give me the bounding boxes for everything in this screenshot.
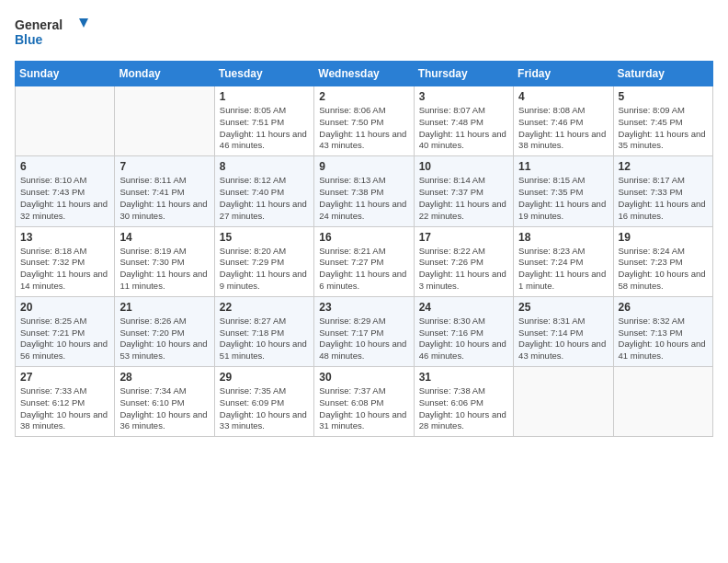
day-info: Sunrise: 7:34 AM Sunset: 6:10 PM Dayligh… (119, 385, 209, 432)
day-number: 11 (518, 160, 608, 173)
weekday-header: Saturday (613, 62, 712, 86)
day-info: Sunrise: 7:37 AM Sunset: 6:08 PM Dayligh… (319, 385, 408, 432)
calendar-week-row: 13Sunrise: 8:18 AM Sunset: 7:32 PM Dayli… (16, 226, 713, 296)
calendar-day-cell: 11Sunrise: 8:15 AM Sunset: 7:35 PM Dayli… (514, 156, 613, 226)
day-number: 31 (419, 371, 508, 384)
weekday-header: Monday (115, 62, 214, 86)
calendar-header-row: SundayMondayTuesdayWednesdayThursdayFrid… (16, 62, 713, 86)
day-number: 7 (119, 160, 209, 173)
day-info: Sunrise: 8:30 AM Sunset: 7:16 PM Dayligh… (419, 316, 508, 362)
logo-svg: General Blue (15, 15, 88, 53)
calendar-day-cell: 25Sunrise: 8:31 AM Sunset: 7:14 PM Dayli… (514, 296, 613, 366)
day-number: 16 (319, 231, 408, 244)
calendar-day-cell: 20Sunrise: 8:25 AM Sunset: 7:21 PM Dayli… (16, 296, 115, 366)
day-number: 30 (319, 371, 408, 384)
day-info: Sunrise: 8:17 AM Sunset: 7:33 PM Dayligh… (619, 175, 708, 222)
day-info: Sunrise: 8:19 AM Sunset: 7:30 PM Dayligh… (119, 246, 209, 293)
day-info: Sunrise: 8:29 AM Sunset: 7:17 PM Dayligh… (319, 316, 408, 362)
day-info: Sunrise: 8:32 AM Sunset: 7:13 PM Dayligh… (619, 316, 708, 362)
calendar-day-cell: 6Sunrise: 8:10 AM Sunset: 7:43 PM Daylig… (16, 156, 115, 226)
calendar-week-row: 27Sunrise: 7:33 AM Sunset: 6:12 PM Dayli… (16, 367, 713, 437)
calendar-day-cell (16, 86, 115, 156)
day-info: Sunrise: 7:33 AM Sunset: 6:12 PM Dayligh… (20, 385, 109, 432)
calendar-day-cell: 8Sunrise: 8:12 AM Sunset: 7:40 PM Daylig… (214, 156, 313, 226)
calendar-day-cell: 28Sunrise: 7:34 AM Sunset: 6:10 PM Dayli… (115, 367, 214, 437)
day-number: 29 (220, 371, 309, 384)
day-info: Sunrise: 8:14 AM Sunset: 7:37 PM Dayligh… (419, 175, 508, 222)
page-header: General Blue (15, 15, 713, 53)
day-number: 5 (619, 90, 708, 103)
calendar-day-cell: 3Sunrise: 8:07 AM Sunset: 7:48 PM Daylig… (414, 86, 513, 156)
svg-marker-2 (79, 18, 88, 28)
day-number: 19 (619, 231, 708, 244)
day-info: Sunrise: 8:23 AM Sunset: 7:24 PM Dayligh… (518, 246, 608, 293)
calendar-day-cell: 22Sunrise: 8:27 AM Sunset: 7:18 PM Dayli… (214, 296, 313, 366)
day-number: 2 (319, 90, 408, 103)
day-number: 10 (419, 160, 508, 173)
calendar-day-cell: 26Sunrise: 8:32 AM Sunset: 7:13 PM Dayli… (613, 296, 712, 366)
day-number: 6 (20, 160, 109, 173)
day-info: Sunrise: 8:24 AM Sunset: 7:23 PM Dayligh… (619, 246, 708, 293)
day-info: Sunrise: 8:08 AM Sunset: 7:46 PM Dayligh… (518, 105, 608, 152)
weekday-header: Friday (514, 62, 613, 86)
calendar-day-cell: 7Sunrise: 8:11 AM Sunset: 7:41 PM Daylig… (115, 156, 214, 226)
weekday-header: Sunday (16, 62, 115, 86)
calendar-day-cell: 16Sunrise: 8:21 AM Sunset: 7:27 PM Dayli… (314, 226, 414, 296)
calendar-day-cell (115, 86, 214, 156)
calendar-day-cell: 9Sunrise: 8:13 AM Sunset: 7:38 PM Daylig… (314, 156, 414, 226)
day-number: 22 (220, 301, 309, 314)
day-info: Sunrise: 8:11 AM Sunset: 7:41 PM Dayligh… (119, 175, 209, 222)
day-info: Sunrise: 7:38 AM Sunset: 6:06 PM Dayligh… (419, 385, 508, 432)
day-info: Sunrise: 8:20 AM Sunset: 7:29 PM Dayligh… (220, 246, 309, 293)
day-number: 13 (20, 231, 109, 244)
calendar-day-cell: 24Sunrise: 8:30 AM Sunset: 7:16 PM Dayli… (414, 296, 513, 366)
calendar-week-row: 20Sunrise: 8:25 AM Sunset: 7:21 PM Dayli… (16, 296, 713, 366)
day-info: Sunrise: 8:07 AM Sunset: 7:48 PM Dayligh… (419, 105, 508, 152)
calendar-day-cell: 17Sunrise: 8:22 AM Sunset: 7:26 PM Dayli… (414, 226, 513, 296)
calendar-day-cell: 30Sunrise: 7:37 AM Sunset: 6:08 PM Dayli… (314, 367, 414, 437)
calendar-day-cell: 23Sunrise: 8:29 AM Sunset: 7:17 PM Dayli… (314, 296, 414, 366)
day-number: 27 (20, 371, 109, 384)
day-number: 17 (419, 231, 508, 244)
weekday-header: Wednesday (314, 62, 414, 86)
calendar-day-cell: 2Sunrise: 8:06 AM Sunset: 7:50 PM Daylig… (314, 86, 414, 156)
svg-text:General: General (15, 17, 63, 32)
calendar-day-cell: 12Sunrise: 8:17 AM Sunset: 7:33 PM Dayli… (613, 156, 712, 226)
calendar-day-cell (514, 367, 613, 437)
weekday-header: Thursday (414, 62, 513, 86)
day-number: 1 (220, 90, 309, 103)
day-number: 20 (20, 301, 109, 314)
calendar-day-cell: 5Sunrise: 8:09 AM Sunset: 7:45 PM Daylig… (613, 86, 712, 156)
calendar-day-cell: 1Sunrise: 8:05 AM Sunset: 7:51 PM Daylig… (214, 86, 313, 156)
calendar-day-cell: 4Sunrise: 8:08 AM Sunset: 7:46 PM Daylig… (514, 86, 613, 156)
calendar-day-cell: 13Sunrise: 8:18 AM Sunset: 7:32 PM Dayli… (16, 226, 115, 296)
day-info: Sunrise: 8:22 AM Sunset: 7:26 PM Dayligh… (419, 246, 508, 293)
day-info: Sunrise: 8:27 AM Sunset: 7:18 PM Dayligh… (220, 316, 309, 362)
day-number: 15 (220, 231, 309, 244)
day-info: Sunrise: 8:25 AM Sunset: 7:21 PM Dayligh… (20, 316, 109, 362)
day-info: Sunrise: 8:09 AM Sunset: 7:45 PM Dayligh… (619, 105, 708, 152)
day-number: 8 (220, 160, 309, 173)
day-number: 9 (319, 160, 408, 173)
calendar-day-cell: 19Sunrise: 8:24 AM Sunset: 7:23 PM Dayli… (613, 226, 712, 296)
calendar-table: SundayMondayTuesdayWednesdayThursdayFrid… (15, 61, 713, 437)
day-number: 4 (518, 90, 608, 103)
day-number: 12 (619, 160, 708, 173)
svg-text:Blue: Blue (15, 32, 43, 47)
day-number: 23 (319, 301, 408, 314)
day-number: 24 (419, 301, 508, 314)
calendar-day-cell: 31Sunrise: 7:38 AM Sunset: 6:06 PM Dayli… (414, 367, 513, 437)
logo: General Blue (15, 15, 88, 53)
day-info: Sunrise: 8:31 AM Sunset: 7:14 PM Dayligh… (518, 316, 608, 362)
weekday-header: Tuesday (214, 62, 313, 86)
day-number: 21 (119, 301, 209, 314)
day-info: Sunrise: 8:12 AM Sunset: 7:40 PM Dayligh… (220, 175, 309, 222)
calendar-day-cell: 15Sunrise: 8:20 AM Sunset: 7:29 PM Dayli… (214, 226, 313, 296)
calendar-week-row: 6Sunrise: 8:10 AM Sunset: 7:43 PM Daylig… (16, 156, 713, 226)
day-info: Sunrise: 7:35 AM Sunset: 6:09 PM Dayligh… (220, 385, 309, 432)
day-info: Sunrise: 8:21 AM Sunset: 7:27 PM Dayligh… (319, 246, 408, 293)
day-number: 26 (619, 301, 708, 314)
day-info: Sunrise: 8:13 AM Sunset: 7:38 PM Dayligh… (319, 175, 408, 222)
day-number: 28 (119, 371, 209, 384)
calendar-week-row: 1Sunrise: 8:05 AM Sunset: 7:51 PM Daylig… (16, 86, 713, 156)
